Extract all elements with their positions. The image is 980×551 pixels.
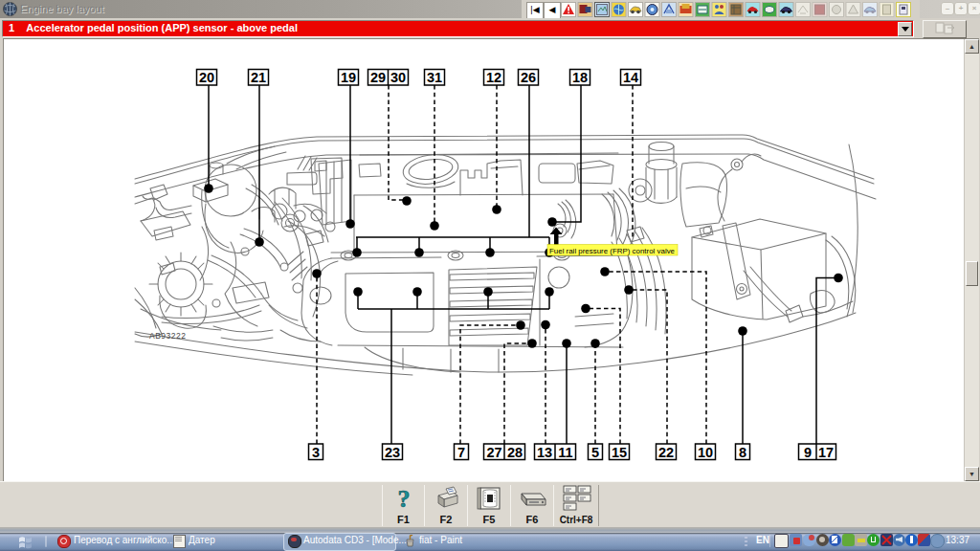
svg-text:12: 12	[486, 70, 501, 85]
svg-text:30: 30	[390, 70, 406, 85]
svg-text:8: 8	[739, 445, 746, 460]
svg-text:7: 7	[457, 445, 465, 460]
svg-text:10: 10	[698, 445, 713, 460]
svg-text:15: 15	[612, 445, 627, 460]
svg-text:11: 11	[558, 445, 572, 460]
svg-text:21: 21	[251, 70, 266, 85]
svg-text:13: 13	[537, 445, 552, 460]
svg-text:3: 3	[312, 445, 320, 460]
svg-text:18: 18	[572, 70, 588, 85]
svg-text:?: ?	[397, 486, 410, 513]
svg-text:22: 22	[658, 445, 674, 460]
svg-text:AB93222: AB93222	[149, 331, 186, 341]
svg-text:14: 14	[623, 70, 638, 85]
svg-text:19: 19	[341, 70, 356, 85]
svg-text:5: 5	[591, 445, 599, 460]
svg-text:29: 29	[370, 70, 386, 85]
svg-text:Fuel rail pressure (FRP) contr: Fuel rail pressure (FRP) control valve	[549, 247, 676, 255]
svg-text:27: 27	[486, 445, 501, 460]
svg-text:20: 20	[199, 70, 214, 85]
svg-text:31: 31	[427, 70, 442, 85]
svg-text:9: 9	[804, 445, 812, 460]
svg-text:23: 23	[385, 445, 400, 460]
svg-text:26: 26	[521, 70, 536, 85]
svg-text:17: 17	[818, 445, 834, 460]
svg-text:28: 28	[507, 445, 523, 460]
